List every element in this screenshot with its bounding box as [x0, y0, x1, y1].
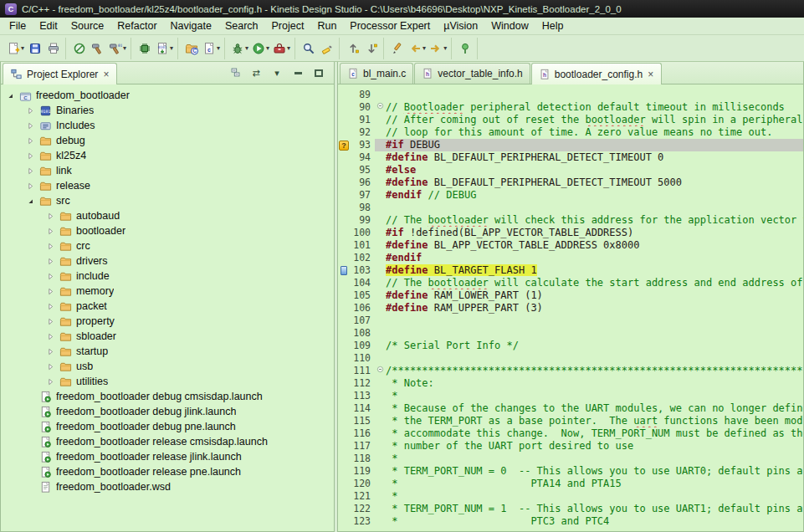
collapse-all-button[interactable] [228, 67, 242, 79]
fold-toggle-icon[interactable] [376, 101, 385, 114]
collapsed-arrow-icon[interactable] [46, 302, 55, 311]
tree-item-freedom-bootloader[interactable]: Cfreedom_bootloader [1, 88, 334, 103]
skip-all-breakpoints-button[interactable] [70, 38, 89, 59]
tree-item-link[interactable]: link [1, 163, 334, 178]
annotation-ruler-cell[interactable] [338, 277, 350, 289]
menu-item-window[interactable]: Window [484, 18, 535, 33]
collapsed-arrow-icon[interactable] [46, 332, 55, 341]
annotation-ruler-cell[interactable] [338, 465, 350, 478]
tree-item-drivers[interactable]: drivers [1, 253, 334, 269]
collapsed-arrow-icon[interactable] [46, 317, 55, 326]
build-config-button[interactable]: 010▾ [107, 38, 128, 59]
close-icon[interactable]: × [102, 70, 110, 79]
project-explorer-tab[interactable]: Project Explorer × [3, 63, 117, 84]
collapsed-arrow-icon[interactable] [46, 362, 55, 371]
tree-item-crc[interactable]: crc [1, 238, 334, 253]
menu-item-run[interactable]: Run [310, 18, 343, 33]
tree-item-includes[interactable]: Includes [1, 118, 334, 133]
collapsed-arrow-icon[interactable] [46, 257, 55, 266]
annotation-ruler-cell[interactable] [338, 202, 350, 214]
tree-item-freedom-bootloader-debug-pne-launch[interactable]: freedom_bootloader debug pne.launch [1, 419, 334, 434]
expanded-arrow-icon[interactable] [6, 91, 15, 100]
flash-programmer-button[interactable] [136, 38, 154, 59]
annotation-ruler-cell[interactable] [338, 189, 350, 202]
maximize-button[interactable] [312, 67, 325, 79]
back-button[interactable]: ▾ [407, 38, 428, 59]
collapsed-arrow-icon[interactable] [46, 242, 55, 251]
bookmark-marker-icon[interactable] [341, 266, 347, 275]
annotation-ruler-cell[interactable] [338, 415, 350, 427]
collapsed-arrow-icon[interactable] [26, 166, 35, 176]
tree-item-binaries[interactable]: 0101Binaries [1, 103, 334, 118]
collapsed-arrow-icon[interactable] [26, 182, 35, 191]
tree-item-utilities[interactable]: utilities [1, 374, 334, 389]
menu-item-file[interactable]: File [3, 18, 33, 33]
editor-tab-bl-main-c[interactable]: cbl_main.c [340, 63, 413, 84]
annotation-ruler-cell[interactable] [338, 340, 350, 352]
annotation-ruler-cell[interactable] [338, 151, 350, 164]
tree-item-include[interactable]: include [1, 269, 334, 284]
load-binary-button[interactable]: 0101▾ [154, 38, 175, 59]
annotation-ruler-cell[interactable] [338, 264, 350, 277]
link-with-editor-button[interactable]: ⇄ [249, 67, 263, 79]
build-all-button[interactable] [89, 38, 107, 59]
collapsed-arrow-icon[interactable] [46, 287, 55, 296]
annotation-ruler-cell[interactable] [338, 101, 350, 114]
annotation-ruler-cell[interactable] [338, 402, 350, 415]
annotation-ruler-cell[interactable] [338, 227, 350, 239]
tree-item-startup[interactable]: startup [1, 344, 334, 359]
collapsed-arrow-icon[interactable] [46, 212, 55, 221]
new-c-project-button[interactable]: C [182, 38, 201, 59]
tree-item-autobaud[interactable]: autobaud [1, 208, 334, 223]
pin-editor-button[interactable] [456, 38, 474, 59]
annotation-ruler-cell[interactable] [338, 377, 350, 390]
annotation-ruler-cell[interactable] [338, 114, 350, 126]
menu-item-navigate[interactable]: Navigate [164, 18, 218, 33]
fold-toggle-icon[interactable] [376, 365, 385, 377]
new-button[interactable]: ▾ [5, 38, 26, 59]
code-editor[interactable]: 8990// Bootloader peripheral detection d… [338, 84, 803, 531]
tree-item-freedom-bootloader-release-cmsisdap-launch[interactable]: freedom_bootloader release cmsisdap.laun… [1, 434, 334, 449]
collapsed-arrow-icon[interactable] [46, 227, 55, 236]
collapsed-arrow-icon[interactable] [26, 151, 35, 161]
editor-tab-vector-table-info-h[interactable]: hvector_table_info.h [414, 63, 530, 84]
annotation-ruler-cell[interactable] [338, 352, 350, 365]
minimize-button[interactable] [291, 67, 305, 79]
menu-item-source[interactable]: Source [64, 18, 111, 33]
editor-tab-bootloader-config-h[interactable]: hbootloader_config.h× [531, 63, 662, 84]
annotation-ruler-cell[interactable] [338, 252, 350, 264]
annotation-ruler-cell[interactable] [338, 490, 350, 503]
annotation-ruler-cell[interactable] [338, 126, 350, 139]
annotation-ruler-cell[interactable] [338, 315, 350, 327]
help-marker-icon[interactable]: ? [339, 141, 349, 151]
collapsed-arrow-icon[interactable] [26, 106, 35, 115]
collapsed-arrow-icon[interactable] [26, 136, 35, 146]
annotation-ruler-cell[interactable] [338, 453, 350, 465]
annotation-ruler-cell[interactable] [338, 365, 350, 377]
tree-item-usb[interactable]: usb [1, 359, 334, 374]
save-button[interactable] [26, 38, 44, 59]
tree-item-freedom-bootloader-debug-cmsisdap-launch[interactable]: freedom_bootloader debug cmsisdap.launch [1, 389, 334, 404]
view-menu-button[interactable]: ▾ [270, 67, 284, 79]
menu-item-help[interactable]: Help [535, 18, 571, 33]
expanded-arrow-icon[interactable] [26, 197, 35, 206]
tree-item-property[interactable]: property [1, 314, 334, 329]
menu-item-refactor[interactable]: Refactor [110, 18, 163, 33]
prev-annotation-button[interactable] [344, 38, 362, 59]
tree-item-bootloader[interactable]: bootloader [1, 223, 334, 238]
annotation-ruler-cell[interactable] [338, 440, 350, 453]
collapsed-arrow-icon[interactable] [46, 272, 55, 281]
debug-button[interactable]: ▾ [229, 38, 250, 59]
tree-item-debug[interactable]: debug [1, 133, 334, 148]
forward-button[interactable]: ▾ [428, 38, 448, 59]
annotation-ruler-cell[interactable] [338, 214, 350, 227]
collapsed-arrow-icon[interactable] [46, 377, 55, 386]
tree-item-memory[interactable]: memory [1, 284, 334, 299]
close-icon[interactable]: × [647, 70, 654, 79]
external-tools-button[interactable]: ▾ [271, 38, 292, 59]
next-annotation-button[interactable] [362, 38, 381, 59]
annotation-ruler-cell[interactable] [338, 289, 350, 302]
tree-item-packet[interactable]: packet [1, 299, 334, 314]
run-button[interactable]: ▾ [250, 38, 271, 59]
annotation-ruler-cell[interactable] [338, 327, 350, 340]
